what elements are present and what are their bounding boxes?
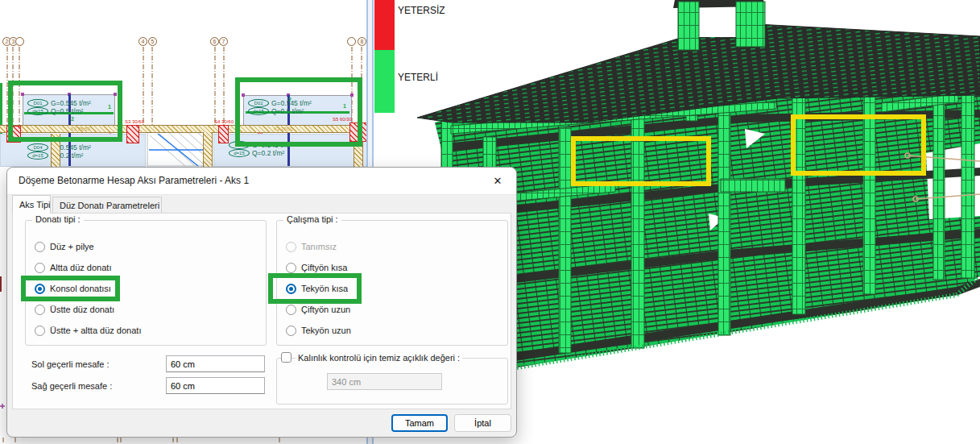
plan-highlight-box-2 (235, 77, 362, 147)
radio-icon (35, 263, 45, 273)
radio-icon (35, 326, 45, 336)
tab-aks-tipi[interactable]: Aks Tipi (12, 195, 51, 214)
kalinlik-kontrolu-checkbox[interactable] (281, 352, 292, 363)
radio-label: Düz + pilye (50, 242, 94, 251)
dialog-titlebar[interactable]: Döşeme Betonarme Hesap Aksı Parametreler… (7, 168, 516, 195)
axis-bubble (15, 37, 24, 46)
tab-label: Aks Tipi (19, 200, 51, 210)
legend-sufficient-label: YETERLİ (398, 72, 438, 83)
dialog-doseme-parametreleri: Döşeme Betonarme Hesap Aksı Parametreler… (6, 167, 517, 438)
slab-tag-thk: d=15 (229, 149, 250, 157)
app-window: 2 3 4 5 6 7 8 1 2 1 2 (0, 0, 980, 444)
sol-gecerli-mesafe-label: Sol geçerli mesafe : (31, 359, 110, 369)
column-label: S4 30/60 (214, 119, 234, 124)
slab-load-q: Q=0.2 t/m² (252, 149, 284, 157)
kalinlik-kontrolu-label: Kalınlık kontrolü için temiz açıklık değ… (296, 353, 462, 363)
dialog-highlight-box-1 (21, 276, 120, 301)
group-calisma-label: Çalışma tipi : (283, 214, 341, 224)
dialog-highlight-box-2 (268, 273, 362, 304)
temiz-aciklik-input (327, 373, 442, 390)
radio-label: Üstte + altta düz donatı (50, 326, 141, 335)
slab-tag-thk: d=15 (27, 151, 48, 160)
radio-tekyon-uzun[interactable]: Tekyön uzun (286, 325, 351, 336)
axis-bubble: 7 (219, 37, 228, 46)
radio-label: Tekyön uzun (301, 326, 351, 335)
legend-sufficient-swatch (374, 50, 395, 113)
legend-insufficient-label: YETERSİZ (398, 5, 445, 16)
tab-duz-donati-parametreleri[interactable]: Düz Donatı Parametreleri (52, 197, 162, 214)
sag-gecerli-mesafe-label: Sağ geçerli mesafe : (31, 381, 112, 391)
radio-label: Çiftyön uzun (301, 305, 350, 314)
radio-ciftyon-kisa[interactable]: Çiftyön kısa (286, 262, 347, 273)
column-section-s4[interactable] (218, 125, 229, 143)
sol-gecerli-mesafe-input[interactable] (166, 355, 265, 372)
radio-icon (35, 305, 45, 315)
column-label: S3 30/60 (125, 119, 144, 124)
radio-tanimsiz: Tanımsız (286, 241, 337, 252)
radio-icon (35, 242, 45, 252)
axis-bubble (347, 37, 356, 46)
axis-bubble: 4 (139, 37, 147, 46)
radio-ustte-altta-duz-donati[interactable]: Üstte + altta düz donatı (35, 325, 141, 336)
axis-bubble: 5 (148, 37, 157, 46)
plan-highlight-box-1 (8, 81, 122, 142)
staircase (147, 132, 212, 166)
radio-label: Üstte düz donatı (50, 305, 114, 314)
slab-tag-id: D04 (27, 143, 48, 151)
close-icon[interactable]: ✕ (487, 172, 508, 190)
radio-icon (286, 305, 296, 315)
radio-altta-duz-donati[interactable]: Altta düz donatı (35, 262, 111, 273)
radio-label: Çiftyön kısa (301, 263, 347, 272)
radio-label: Altta düz donatı (50, 263, 111, 272)
radio-icon (286, 242, 296, 252)
dialog-title: Döşeme Betonarme Hesap Aksı Parametreler… (19, 175, 249, 186)
radio-icon (286, 326, 296, 336)
axis-bubble: 6 (210, 37, 219, 46)
radio-ciftyon-uzun[interactable]: Çiftyön uzun (286, 304, 350, 315)
ok-button[interactable]: Tamam (391, 414, 448, 432)
cancel-button[interactable]: İptal (454, 414, 511, 432)
column-section-s3[interactable] (126, 125, 139, 143)
axis-bubble: 8 (358, 37, 366, 46)
sag-gecerli-mesafe-input[interactable] (166, 377, 265, 394)
radio-ustte-duz-donati[interactable]: Üstte düz donatı (35, 304, 114, 315)
group-donati-label: Donatı tipi : (32, 214, 84, 224)
radio-duz-pilye[interactable]: Düz + pilye (35, 241, 94, 252)
radio-label: Tanımsız (301, 242, 337, 251)
wall-section (203, 132, 213, 167)
radio-icon (286, 263, 296, 273)
tab-label: Düz Donatı Parametreleri (60, 201, 159, 210)
legend-insufficient-swatch (374, 0, 395, 50)
